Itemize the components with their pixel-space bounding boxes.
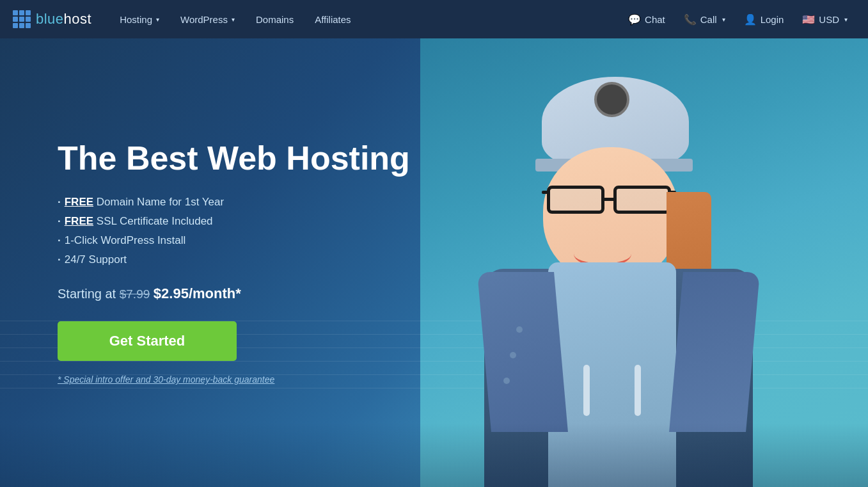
nav-affiliates[interactable]: Affiliates <box>306 9 359 30</box>
price-old: $7.99 <box>120 287 150 301</box>
chevron-down-icon: ▾ <box>844 16 848 23</box>
nav-links: Hosting ▾ WordPress ▾ Domains Affiliates <box>111 9 620 30</box>
phone-icon: 📞 <box>684 13 697 26</box>
chat-icon: 💬 <box>628 13 641 26</box>
hero-wave-decoration <box>0 423 868 487</box>
get-started-button[interactable]: Get Started <box>58 321 237 361</box>
navbar: bluehost Hosting ▾ WordPress ▾ Domains A… <box>0 0 868 38</box>
chevron-down-icon: ▾ <box>156 16 159 23</box>
hero-content: The Best Web Hosting · FREE Domain Name … <box>0 140 410 385</box>
chevron-down-icon: ▾ <box>232 16 235 23</box>
feature-item: · FREE SSL Certificate Included <box>58 215 410 228</box>
nav-hosting[interactable]: Hosting ▾ <box>111 9 168 30</box>
nav-wordpress[interactable]: WordPress ▾ <box>171 9 244 30</box>
disclaimer-link[interactable]: * Special intro offer and 30-day money-b… <box>58 374 274 385</box>
feature-item: · 1-Click WordPress Install <box>58 234 410 247</box>
currency-selector[interactable]: 🇺🇸 USD ▾ <box>794 8 855 31</box>
chevron-down-icon: ▾ <box>722 16 725 23</box>
brand-logo[interactable]: bluehost <box>13 10 91 28</box>
login-button[interactable]: 👤 Login <box>736 8 792 31</box>
price-new: $2.95/month* <box>154 285 241 301</box>
user-icon: 👤 <box>744 13 757 26</box>
hero-features-list: · FREE Domain Name for 1st Year · FREE S… <box>58 196 410 266</box>
hero-title: The Best Web Hosting <box>58 140 410 177</box>
flag-icon: 🇺🇸 <box>802 13 815 26</box>
hero-pricing: Starting at $7.99 $2.95/month* <box>58 285 410 302</box>
hero-section: The Best Web Hosting · FREE Domain Name … <box>0 38 868 487</box>
nav-domains[interactable]: Domains <box>247 9 303 30</box>
chat-button[interactable]: 💬 Chat <box>620 8 673 31</box>
nav-right: 💬 Chat 📞 Call ▾ 👤 Login 🇺🇸 USD ▾ <box>620 8 855 31</box>
feature-item: · 24/7 Support <box>58 253 410 266</box>
brand-grid-icon <box>13 10 31 28</box>
brand-name: bluehost <box>36 11 91 28</box>
call-button[interactable]: 📞 Call ▾ <box>676 8 733 31</box>
feature-item: · FREE Domain Name for 1st Year <box>58 196 410 209</box>
